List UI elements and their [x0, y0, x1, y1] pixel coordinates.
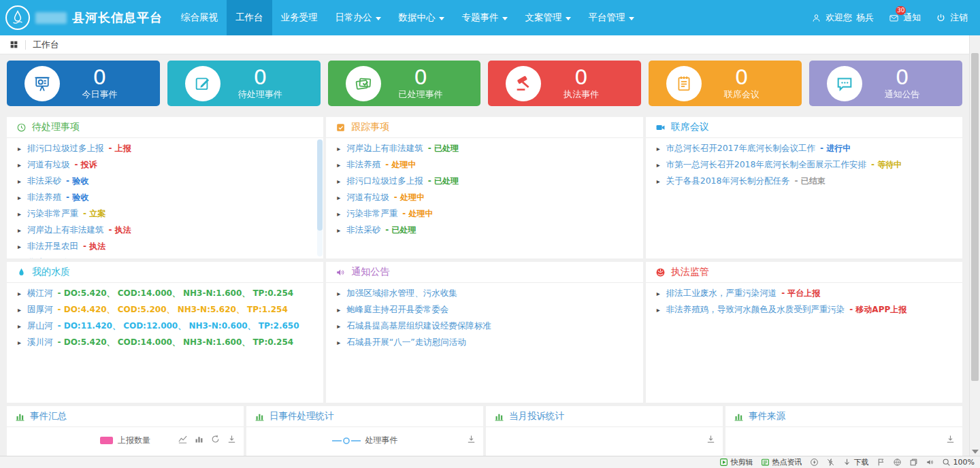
refresh-icon[interactable] [210, 434, 220, 444]
pending-item[interactable]: ▸ 非法开垦农田 - 执法 [7, 238, 323, 254]
pending-item[interactable]: ▸ 污染非常严重 - 立案 [7, 205, 323, 222]
scrollbar-thumb[interactable] [971, 53, 979, 381]
notifications-button[interactable]: 30 通知 [889, 12, 921, 24]
download-icon[interactable] [945, 434, 956, 444]
triangle-bullet-icon: ▸ [337, 226, 340, 235]
pending-item[interactable]: ▸ 排污口垃圾过多上报 - 上报 [7, 140, 323, 156]
water-quality-item[interactable]: ▸ 屏山河 - DO:11.420、 COD:12.000、 NH3-N:0.6… [7, 318, 323, 334]
power-icon [936, 13, 946, 23]
triangle-bullet-icon: ▸ [337, 289, 340, 298]
hot-news-button[interactable]: 热点资讯 [761, 457, 802, 467]
compatibility-icon[interactable] [893, 458, 902, 467]
menu-item-workbench[interactable]: 工作台 [227, 0, 272, 35]
edit-pencil-icon [185, 66, 220, 101]
tracking-item[interactable]: ▸ 河道有垃圾 - 处理中 [326, 189, 642, 205]
notice-item[interactable]: ▸ 石城县开展“八一”走访慰问活动 [326, 334, 642, 350]
tracking-item[interactable]: ▸ 排污口垃圾过多上报 - 已处理 [326, 173, 642, 189]
menu-item-document-mgmt[interactable]: 文案管理 [517, 0, 580, 35]
triangle-bullet-icon: ▸ [18, 242, 21, 251]
pending-item[interactable]: ▸ 非法养殖 - 验收 [7, 189, 323, 205]
stat-label: 待处理事件 [220, 88, 300, 101]
download-icon[interactable] [466, 434, 476, 444]
card-processed-events[interactable]: 0 已处理事件 [328, 61, 481, 106]
notice-item[interactable]: ▸ 加强区域排水管理、污水收集 [326, 285, 642, 301]
panel-law-enforcement: 执法监管 ▸ 排法工业废水，严重污染河道 - 平台上报 ▸ 非法养殖鸡，导致河水… [646, 262, 962, 403]
card-notices[interactable]: 0 通知公告 [809, 61, 962, 106]
pending-item[interactable]: ▸ 非法采砂 - 验收 [7, 173, 323, 189]
download-icon[interactable] [706, 434, 716, 444]
speaker-icon[interactable] [926, 458, 934, 467]
tracking-item[interactable]: ▸ 非法养殖 - 处理中 [326, 156, 642, 173]
card-enforcement-events[interactable]: 0 执法事件 [488, 61, 641, 106]
legend-swatch[interactable] [100, 437, 113, 444]
flag-icon[interactable] [877, 458, 885, 467]
pending-item[interactable]: ▸ 非法开垦农田 - 执法 [7, 254, 323, 258]
triangle-bullet-icon: ▸ [337, 305, 340, 314]
zoom-control[interactable]: 100% [942, 458, 975, 467]
video-camera-icon [655, 122, 666, 133]
logout-button[interactable]: 注销 [936, 12, 968, 24]
card-joint-meetings[interactable]: 0 联席会议 [649, 61, 802, 106]
down-arrow-icon [843, 458, 851, 467]
panels-row-1: 待处理事项 ▸ 排污口垃圾过多上报 - 上报 ▸ 河道有垃圾 - 投诉 ▸ 非 [7, 117, 962, 258]
tracking-item[interactable]: ▸ 非法采砂 - 已处理 [326, 222, 642, 238]
meeting-item[interactable]: ▸ 关于各县2018年河长制分配任务 - 已结束 [646, 173, 962, 189]
triangle-bullet-icon: ▸ [657, 177, 660, 186]
stat-value: 0 [220, 66, 300, 88]
notice-item[interactable]: ▸ 石城县提高基层组织建设经费保障标准 [326, 318, 642, 334]
card-pending-events[interactable]: 0 待处理事件 [167, 61, 321, 106]
line-chart-toggle-icon[interactable] [178, 434, 188, 444]
stat-value: 0 [381, 66, 461, 88]
menu-item-daily-office[interactable]: 日常办公 [327, 0, 390, 35]
scrollbar-thumb[interactable] [317, 139, 323, 231]
pending-item[interactable]: ▸ 河岸边上有非法建筑 - 执法 [7, 222, 323, 238]
water-quality-item[interactable]: ▸ 固厚河 - DO:4.420、 COD:5.200、 NH3-N:5.620… [7, 301, 323, 318]
water-quality-item[interactable]: ▸ 溪川河 - DO:5.420、 COD:14.000、 NH3-N:1.60… [7, 334, 323, 350]
water-quality-item[interactable]: ▸ 横江河 - DO:5.420、 COD:14.000、 NH3-N:1.60… [7, 285, 323, 301]
triangle-bullet-icon: ▸ [657, 289, 660, 298]
tracking-item[interactable]: ▸ 河岸边上有非法建筑 - 已处理 [326, 140, 642, 156]
grid-icon[interactable] [10, 40, 18, 49]
page-scrollbar[interactable] [969, 35, 980, 456]
legend-label[interactable]: 处理事件 [365, 435, 398, 446]
legend-label[interactable]: 上报数量 [118, 435, 150, 446]
panel-scrollbar[interactable] [317, 139, 323, 256]
menu-item-business[interactable]: 业务受理 [272, 0, 327, 35]
menu-item-special-events[interactable]: 专题事件 [453, 0, 517, 35]
triangle-bullet-icon: ▸ [18, 226, 21, 235]
speed-mode-icon[interactable] [810, 458, 819, 467]
menu-item-platform-mgmt[interactable]: 平台管理 [580, 0, 643, 35]
tracking-item[interactable]: ▸ 污染非常严重 - 处理中 [326, 205, 642, 222]
stat-label: 今日事件 [60, 88, 140, 101]
enforcement-item[interactable]: ▸ 排法工业废水，严重污染河道 - 平台上报 [646, 285, 962, 301]
chevron-down-icon [629, 17, 634, 20]
download-icon[interactable] [227, 434, 237, 444]
quick-edit-button[interactable]: 快剪辑 [719, 457, 753, 467]
meeting-item[interactable]: ▸ 市第一总河长召开2018年底河长制全面展示工作安排 - 等待中 [646, 156, 962, 173]
card-today-events[interactable]: 0 今日事件 [7, 61, 160, 106]
pending-item[interactable]: ▸ 河道有垃圾 - 投诉 [7, 156, 323, 173]
line-legend-icon[interactable] [332, 437, 361, 445]
scrollbar-down-arrow-icon[interactable] [972, 450, 979, 454]
triangle-bullet-icon: ▸ [337, 210, 340, 218]
download-button[interactable]: 下载 [843, 457, 869, 467]
menu-item-overview[interactable]: 综合展视 [172, 0, 227, 35]
enforcement-item[interactable]: ▸ 非法养殖鸡，导致河水颜色及水质受到严重污染 - 移动APP上报 [646, 301, 962, 318]
triangle-bullet-icon: ▸ [657, 144, 660, 153]
triangle-bullet-icon: ▸ [337, 193, 340, 202]
menu-item-data-center[interactable]: 数据中心 [390, 0, 453, 35]
bar-chart-icon [255, 412, 265, 422]
clock-icon [16, 122, 27, 133]
bar-chart-toggle-icon[interactable] [194, 434, 204, 444]
notice-item[interactable]: ▸ 鲍峰庭主持召开县委常委会 [326, 301, 642, 318]
triangle-bullet-icon: ▸ [337, 322, 340, 331]
user-greeting[interactable]: 欢迎您 杨兵 [811, 12, 874, 24]
flash-off-icon[interactable] [826, 458, 835, 467]
triangle-bullet-icon: ▸ [18, 161, 21, 169]
triangle-bullet-icon: ▸ [657, 305, 660, 314]
triangle-bullet-icon: ▸ [18, 338, 21, 347]
meeting-item[interactable]: ▸ 市总河长召开2017年底河长制会议工作 - 进行中 [646, 140, 962, 156]
window-icon[interactable] [909, 458, 918, 467]
news-icon [761, 458, 770, 467]
panel-my-water-quality: 我的水质 ▸ 横江河 - DO:5.420、 COD:14.000、 NH3-N… [7, 262, 323, 403]
